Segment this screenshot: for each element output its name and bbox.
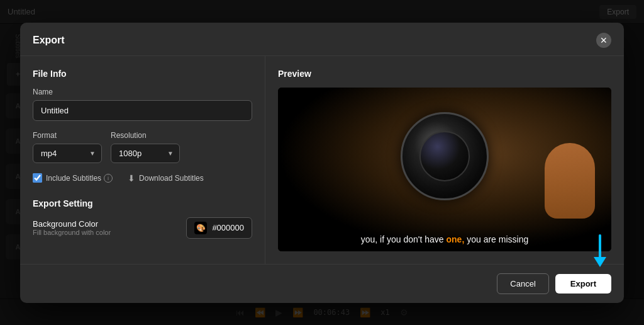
include-subtitles-item: Include Subtitles i (33, 173, 113, 183)
hand-shape (545, 143, 595, 219)
resolution-label: Resolution (111, 131, 180, 140)
modal-overlay: Export ✕ File Info Name Format mp4 mov (0, 0, 644, 325)
background-color-desc: Fill background with color (33, 229, 111, 236)
modal-title: Export (33, 35, 65, 46)
lens-inner (419, 131, 470, 181)
video-frame: you, if you don't have one, you are miss… (278, 88, 611, 251)
format-resolution-row: Format mp4 mov avi webm ▼ Resolu (33, 131, 252, 163)
arrow-head (594, 257, 606, 267)
preview-title: Preview (278, 69, 611, 79)
background-color-info: Background Color Fill background with co… (33, 219, 111, 236)
color-picker-button[interactable]: 🎨 #000000 (186, 217, 252, 239)
blue-arrow-indicator (594, 234, 606, 267)
format-select[interactable]: mp4 mov avi webm (33, 144, 102, 163)
modal-footer: Cancel Export (20, 264, 624, 303)
subtitle-bar: you, if you don't have one, you are miss… (278, 227, 611, 251)
right-panel: Preview you, if you don't have one, you … (265, 56, 624, 264)
paint-icon: 🎨 (196, 224, 206, 232)
resolution-select[interactable]: 1080p 720p 480p 4K (111, 144, 180, 163)
resolution-field-group: Resolution 1080p 720p 480p 4K ▼ (111, 131, 180, 163)
include-subtitles-checkbox[interactable] (33, 173, 42, 183)
include-subtitles-label: Include Subtitles i (46, 174, 113, 183)
subtitles-row: Include Subtitles i ⬇ Download Subtitles (33, 173, 252, 183)
format-field-group: Format mp4 mov avi webm ▼ (33, 131, 102, 163)
preview-video: you, if you don't have one, you are miss… (278, 88, 611, 251)
format-label: Format (33, 131, 102, 140)
modal-header: Export ✕ (20, 23, 624, 56)
resolution-select-wrapper: 1080p 720p 480p 4K ▼ (111, 144, 180, 163)
format-select-wrapper: mp4 mov avi webm ▼ (33, 144, 102, 163)
cancel-button[interactable]: Cancel (497, 273, 548, 294)
lens-shape (401, 112, 489, 200)
info-icon[interactable]: i (104, 174, 113, 183)
name-label: Name (33, 88, 252, 96)
background-color-name: Background Color (33, 219, 111, 229)
name-input[interactable] (33, 100, 252, 121)
export-action-button[interactable]: Export (555, 274, 611, 294)
arrow-shaft (599, 234, 601, 257)
download-subtitles-button[interactable]: ⬇ Download Subtitles (128, 173, 204, 183)
subtitle-text: you, if you don't have one, you are miss… (361, 234, 528, 244)
close-button[interactable]: ✕ (596, 33, 611, 48)
file-info-title: File Info (33, 69, 252, 79)
export-setting-title: Export Setting (33, 198, 252, 208)
color-value-label: #000000 (212, 223, 244, 232)
color-swatch: 🎨 (194, 222, 207, 234)
export-modal: Export ✕ File Info Name Format mp4 mov (20, 23, 624, 303)
left-panel: File Info Name Format mp4 mov avi webm (20, 56, 265, 264)
background-color-row: Background Color Fill background with co… (33, 217, 252, 239)
download-icon: ⬇ (128, 173, 135, 183)
modal-body: File Info Name Format mp4 mov avi webm (20, 56, 624, 264)
